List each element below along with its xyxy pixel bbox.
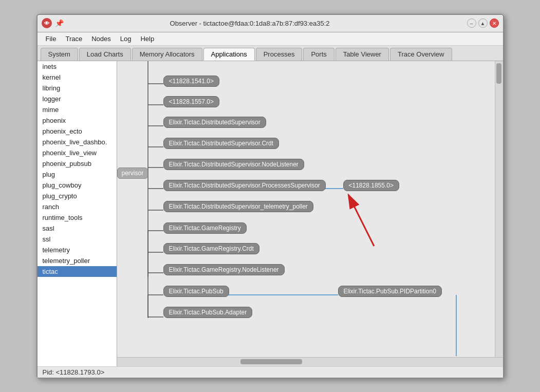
maximize-button[interactable]: ▲: [478, 18, 488, 28]
close-button[interactable]: ✕: [490, 18, 499, 28]
node-pubsub[interactable]: Elixir.Tictac.PubSub: [163, 286, 229, 297]
tab-system[interactable]: System: [41, 48, 78, 61]
node-11828-1855[interactable]: <11828.1855.0>: [343, 180, 399, 191]
main-window: 👁 📌 Observer - tictactoe@fdaa:0:1da8:a7b…: [36, 14, 504, 379]
node-pubsub-adapter[interactable]: Elixir.Tictac.PubSub.Adapter: [163, 307, 253, 318]
sidebar-item-phoenix-pubsub[interactable]: phoenix_pubsub: [38, 158, 117, 169]
sidebar-item-libring[interactable]: libring: [38, 83, 117, 94]
sidebar-item-tictac[interactable]: tictac: [38, 266, 117, 277]
sidebar-item-mime[interactable]: mime: [38, 104, 117, 115]
node-game-registry[interactable]: Elixir.Tictac.GameRegistry: [163, 222, 247, 234]
horizontal-scrollbar[interactable]: [117, 357, 503, 366]
node-distributed-supervisor[interactable]: Elixir.Tictac.DistributedSupervisor: [163, 117, 266, 128]
menu-bar: File Trace Nodes Log Help: [38, 32, 503, 46]
sidebar-item-phoenix-live-dashbo[interactable]: phoenix_live_dashbo.: [38, 137, 117, 147]
node-11828-1557[interactable]: <11828.1557.0>: [163, 96, 219, 107]
tab-ports[interactable]: Ports: [303, 48, 334, 61]
tab-processes[interactable]: Processes: [256, 48, 303, 61]
node-distributed-supervisor-telemetry-poller[interactable]: Elixir.Tictac.DistributedSupervisor_tele…: [163, 201, 313, 212]
status-text: Pid: <11828.1793.0>: [43, 368, 105, 376]
sidebar-item-phoenix[interactable]: phoenix: [38, 115, 117, 126]
tab-table-viewer[interactable]: Table Viewer: [336, 48, 389, 61]
status-bar: Pid: <11828.1793.0>: [38, 366, 503, 378]
tab-trace-overview[interactable]: Trace Overview: [390, 48, 452, 61]
graph-canvas: pervisor <11828.1541.0> <11828.1557.0> E…: [117, 61, 503, 356]
sidebar-item-ranch[interactable]: ranch: [38, 201, 117, 212]
node-11828-1541[interactable]: <11828.1541.0>: [163, 76, 219, 87]
horizontal-scrollbar-thumb[interactable]: [240, 359, 302, 364]
node-game-registry-crdt[interactable]: Elixir.Tictac.GameRegistry.Crdt: [163, 243, 259, 254]
tab-applications[interactable]: Applications: [203, 48, 255, 61]
node-distributed-supervisor-crdt[interactable]: Elixir.Tictac.DistributedSupervisor.Crdt: [163, 138, 280, 149]
graph-area: pervisor <11828.1541.0> <11828.1557.0> E…: [117, 61, 503, 366]
tab-memory-allocators[interactable]: Memory Allocators: [132, 48, 202, 61]
sidebar-item-phoenix-live-view[interactable]: phoenix_live_view: [38, 147, 117, 158]
sidebar-item-ssl[interactable]: ssl: [38, 234, 117, 245]
node-game-registry-nodelistener[interactable]: Elixir.Tictac.GameRegistry.NodeListener: [163, 264, 285, 275]
window-title: Observer - tictactoe@fdaa:0:1da8:a7b:87:…: [33, 20, 467, 27]
node-distributed-supervisor-nodelistener[interactable]: Elixir.Tictac.DistributedSupervisor.Node…: [163, 159, 304, 170]
tab-load-charts[interactable]: Load Charts: [79, 48, 131, 61]
node-pubsub-pidpartition0[interactable]: Elixir.Tictac.PubSub.PIDPartition0: [338, 286, 442, 297]
sidebar-item-logger[interactable]: logger: [38, 94, 117, 104]
vertical-scrollbar-thumb[interactable]: [496, 63, 501, 84]
vertical-scrollbar[interactable]: [495, 61, 503, 357]
sidebar-item-plug-cowboy[interactable]: plug_cowboy: [38, 180, 117, 191]
sidebar-item-kernel[interactable]: kernel: [38, 72, 117, 83]
sidebar: inets kernel libring logger mime phoenix…: [38, 61, 117, 366]
menu-file[interactable]: File: [42, 34, 61, 44]
sidebar-item-sasl[interactable]: sasl: [38, 223, 117, 234]
sidebar-item-plug-crypto[interactable]: plug_crypto: [38, 191, 117, 201]
red-arrow: [323, 184, 389, 251]
menu-log[interactable]: Log: [116, 34, 136, 44]
tabs-bar: System Load Charts Memory Allocators App…: [38, 46, 503, 61]
supervisor-label: pervisor: [117, 167, 148, 179]
menu-nodes[interactable]: Nodes: [87, 34, 115, 44]
menu-help[interactable]: Help: [136, 34, 158, 44]
sidebar-item-telemetry[interactable]: telemetry: [38, 245, 117, 255]
sidebar-item-plug[interactable]: plug: [38, 169, 117, 180]
sidebar-item-inets[interactable]: inets: [38, 61, 117, 72]
node-distributed-supervisor-processessupervisor[interactable]: Elixir.Tictac.DistributedSupervisor.Proc…: [163, 180, 326, 191]
sidebar-item-telemetry-poller[interactable]: telemetry_poller: [38, 255, 117, 266]
sidebar-item-runtime-tools[interactable]: runtime_tools: [38, 212, 117, 223]
menu-trace[interactable]: Trace: [61, 34, 86, 44]
title-bar: 👁 📌 Observer - tictactoe@fdaa:0:1da8:a7b…: [38, 15, 503, 32]
svg-line-19: [348, 195, 374, 246]
minimize-button[interactable]: –: [467, 18, 476, 28]
window-controls: – ▲ ✕: [467, 18, 499, 28]
main-content: inets kernel libring logger mime phoenix…: [38, 61, 503, 366]
sidebar-item-phoenix-ecto[interactable]: phoenix_ecto: [38, 126, 117, 137]
